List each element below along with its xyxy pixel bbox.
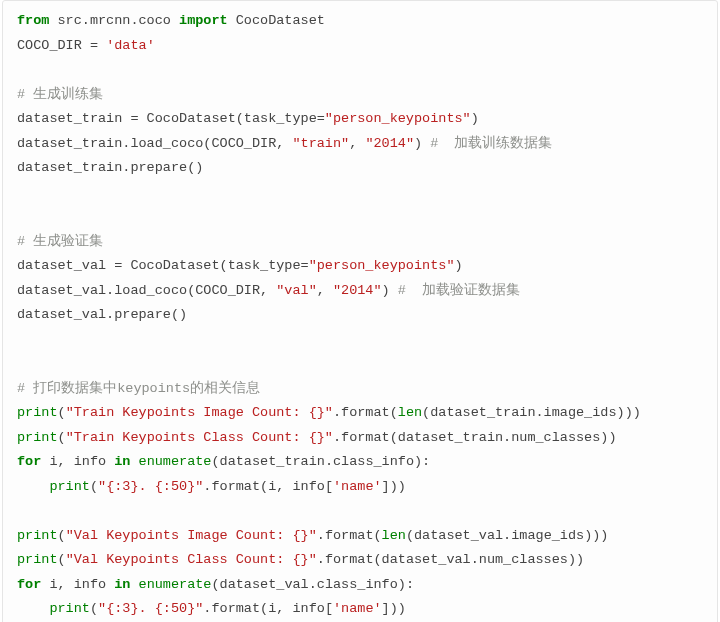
builtin-print: print	[17, 405, 58, 420]
code-text: dataset_train.load_coco(COCO_DIR,	[17, 136, 292, 151]
code-line: dataset_train.prepare()	[17, 156, 703, 181]
string-literal: "Val Keypoints Image Count: {}"	[66, 528, 317, 543]
code-line: print("Train Keypoints Class Count: {}".…	[17, 426, 703, 451]
keyword-in: in	[114, 454, 130, 469]
class-name: CocoDataset	[228, 13, 325, 28]
comment: # 加载训练数据集	[430, 136, 552, 151]
code-text: .format(	[317, 528, 382, 543]
string-literal: "person_keypoints"	[325, 111, 471, 126]
code-text: (dataset_val.class_info):	[211, 577, 414, 592]
code-line: dataset_val.prepare()	[17, 303, 703, 328]
string-literal: "2014"	[333, 283, 382, 298]
code-line: from src.mrcnn.coco import CocoDataset	[17, 9, 703, 34]
string-literal: "Train Keypoints Image Count: {}"	[66, 405, 333, 420]
code-text: dataset_train = CocoDataset(task_type=	[17, 111, 325, 126]
keyword-for: for	[17, 577, 41, 592]
code-line-blank	[17, 58, 703, 83]
code-text: .format(dataset_train.num_classes))	[333, 430, 617, 445]
keyword-import: import	[179, 13, 228, 28]
string-literal: "val"	[276, 283, 317, 298]
keyword-in: in	[114, 577, 130, 592]
code-text: dataset_val.load_coco(COCO_DIR,	[17, 283, 276, 298]
code-text: ,	[349, 136, 365, 151]
code-line: # 生成验证集	[17, 230, 703, 255]
code-text: dataset_val = CocoDataset(task_type=	[17, 258, 309, 273]
string-literal: 'data'	[106, 38, 155, 53]
code-content: from src.mrcnn.coco import CocoDatasetCO…	[17, 9, 703, 622]
string-literal: "Val Keypoints Class Count: {}"	[66, 552, 317, 567]
keyword-for: for	[17, 454, 41, 469]
code-line: print("Train Keypoints Image Count: {}".…	[17, 401, 703, 426]
code-text: .format(i, info[	[203, 479, 333, 494]
code-line-blank	[17, 499, 703, 524]
code-line: for i, info in enumerate(dataset_train.c…	[17, 450, 703, 475]
code-text: (	[58, 528, 66, 543]
string-literal: "{:3}. {:50}"	[98, 601, 203, 616]
comment: # 生成验证集	[17, 234, 103, 249]
builtin-print: print	[49, 479, 90, 494]
comment: # 生成训练集	[17, 87, 103, 102]
code-text: (	[58, 552, 66, 567]
code-line: print("Val Keypoints Image Count: {}".fo…	[17, 524, 703, 549]
string-literal: "2014"	[365, 136, 414, 151]
code-text: ,	[317, 283, 333, 298]
code-text: )	[414, 136, 430, 151]
builtin-print: print	[49, 601, 90, 616]
code-text: (	[58, 405, 66, 420]
string-literal: "person_keypoints"	[309, 258, 455, 273]
code-line: # 打印数据集中keypoints的相关信息	[17, 377, 703, 402]
indent	[17, 601, 49, 616]
code-line: print("Val Keypoints Class Count: {}".fo…	[17, 548, 703, 573]
code-text: (dataset_val.image_ids)))	[406, 528, 609, 543]
code-line: dataset_train.load_coco(COCO_DIR, "train…	[17, 132, 703, 157]
comment: # 打印数据集中keypoints的相关信息	[17, 381, 260, 396]
code-text: .format(i, info[	[203, 601, 333, 616]
builtin-print: print	[17, 430, 58, 445]
code-line-blank	[17, 205, 703, 230]
code-text	[130, 454, 138, 469]
code-text: ]))	[382, 479, 406, 494]
code-text: )	[454, 258, 462, 273]
code-line: print("{:3}. {:50}".format(i, info['name…	[17, 475, 703, 500]
code-text: )	[471, 111, 479, 126]
code-text: i, info	[41, 454, 114, 469]
builtin-len: len	[382, 528, 406, 543]
code-text: .format(	[333, 405, 398, 420]
builtin-print: print	[17, 552, 58, 567]
code-line: # 生成训练集	[17, 83, 703, 108]
module-path: src.mrcnn.coco	[49, 13, 179, 28]
code-text: (	[90, 601, 98, 616]
code-text: (dataset_train.class_info):	[211, 454, 430, 469]
code-text: (	[58, 430, 66, 445]
indent	[17, 479, 49, 494]
assignment: COCO_DIR =	[17, 38, 106, 53]
builtin-len: len	[398, 405, 422, 420]
builtin-enumerate: enumerate	[139, 577, 212, 592]
code-text: )	[382, 283, 398, 298]
code-line: COCO_DIR = 'data'	[17, 34, 703, 59]
keyword-from: from	[17, 13, 49, 28]
code-text: (	[90, 479, 98, 494]
code-text	[130, 577, 138, 592]
string-literal: 'name'	[333, 479, 382, 494]
code-text: ]))	[382, 601, 406, 616]
builtin-print: print	[17, 528, 58, 543]
code-block: from src.mrcnn.coco import CocoDatasetCO…	[2, 0, 718, 622]
string-literal: "Train Keypoints Class Count: {}"	[66, 430, 333, 445]
builtin-enumerate: enumerate	[139, 454, 212, 469]
code-line: dataset_val = CocoDataset(task_type="per…	[17, 254, 703, 279]
code-text: (dataset_train.image_ids)))	[422, 405, 641, 420]
code-line: print("{:3}. {:50}".format(i, info['name…	[17, 597, 703, 622]
string-literal: "{:3}. {:50}"	[98, 479, 203, 494]
code-line-blank	[17, 181, 703, 206]
code-line: dataset_val.load_coco(COCO_DIR, "val", "…	[17, 279, 703, 304]
code-line-blank	[17, 328, 703, 353]
code-text: i, info	[41, 577, 114, 592]
code-line: dataset_train = CocoDataset(task_type="p…	[17, 107, 703, 132]
code-line: for i, info in enumerate(dataset_val.cla…	[17, 573, 703, 598]
code-line-blank	[17, 352, 703, 377]
code-text: .format(dataset_val.num_classes))	[317, 552, 584, 567]
string-literal: 'name'	[333, 601, 382, 616]
string-literal: "train"	[292, 136, 349, 151]
comment: # 加载验证数据集	[398, 283, 520, 298]
